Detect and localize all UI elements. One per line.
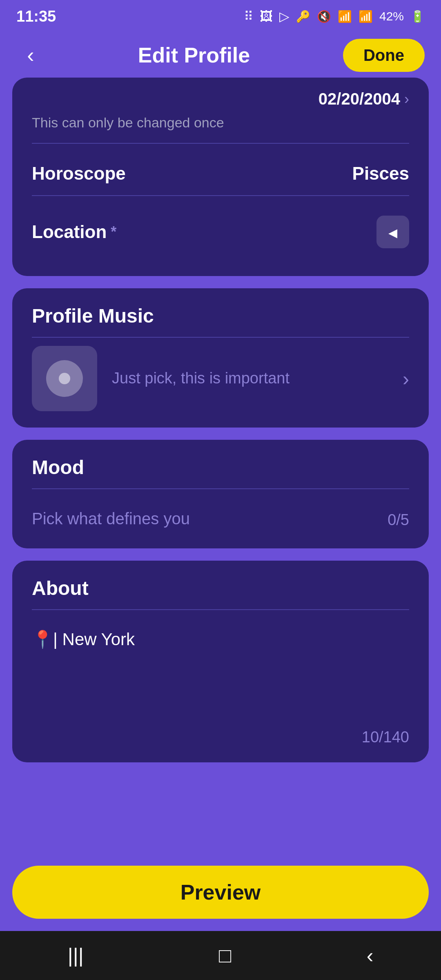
divider-about <box>32 609 409 610</box>
signal-icon: 📶 <box>359 10 373 23</box>
about-content[interactable]: 📍| New York <box>32 618 409 716</box>
main-content: 02/20/2004 › This can only be changed on… <box>0 78 441 858</box>
nav-bar: ||| □ ‹ <box>0 931 441 980</box>
image-icon: 🖼 <box>260 9 273 24</box>
date-value: 02/20/2004 <box>318 90 400 108</box>
location-row: Location * ◂ <box>32 204 409 260</box>
location-button[interactable]: ◂ <box>376 216 409 248</box>
mute-icon: 🔇 <box>317 10 331 23</box>
location-label: Location <box>32 222 107 242</box>
location-label-group: Location * <box>32 222 116 242</box>
nav-home-icon[interactable]: □ <box>219 944 231 967</box>
status-icons: ⠿ 🖼 ▷ 🔑 🔇 📶 📶 42% 🔋 <box>244 9 425 24</box>
chevron-right-icon: › <box>403 368 409 390</box>
preview-container: Preview <box>0 858 441 931</box>
status-time: 11:35 <box>16 8 56 25</box>
horoscope-label: Horoscope <box>32 163 126 184</box>
horoscope-value: Pisces <box>352 163 409 184</box>
status-bar: 11:35 ⠿ 🖼 ▷ 🔑 🔇 📶 📶 42% 🔋 <box>0 0 441 33</box>
nav-back-icon[interactable]: ‹ <box>367 944 374 967</box>
profile-music-card: Profile Music Just pick, this is importa… <box>12 288 429 428</box>
date-row: 02/20/2004 › <box>32 90 409 115</box>
music-disc <box>46 360 83 397</box>
header: ‹ Edit Profile Done <box>0 33 441 78</box>
done-button[interactable]: Done <box>343 39 425 72</box>
dots-icon: ⠿ <box>244 9 253 24</box>
music-section-title: Profile Music <box>32 305 409 327</box>
about-text: 📍| New York <box>32 630 135 649</box>
about-card: About 📍| New York 10/140 <box>12 561 429 762</box>
battery-level: 42% <box>379 9 404 23</box>
divider-music <box>32 337 409 338</box>
battery-icon: 🔋 <box>410 10 425 23</box>
mood-placeholder: Pick what defines you <box>32 501 190 532</box>
date-arrow-icon: › <box>404 91 409 108</box>
wifi-icon: 📶 <box>338 10 352 23</box>
music-placeholder: Just pick, this is important <box>112 368 388 389</box>
horoscope-row: Horoscope Pisces <box>32 152 409 195</box>
change-note: This can only be changed once <box>32 115 409 131</box>
back-button[interactable]: ‹ <box>16 41 45 69</box>
mood-section-title: Mood <box>32 456 409 479</box>
divider-date <box>32 143 409 144</box>
preview-button[interactable]: Preview <box>12 866 429 919</box>
nav-menu-icon[interactable]: ||| <box>68 944 84 967</box>
page-title: Edit Profile <box>138 43 250 67</box>
divider-horoscope <box>32 195 409 196</box>
required-asterisk: * <box>111 223 116 241</box>
key-icon: 🔑 <box>296 10 310 23</box>
music-icon-box <box>32 346 97 411</box>
location-pin-icon: ◂ <box>388 222 397 243</box>
mood-card: Mood Pick what defines you 0/5 <box>12 440 429 548</box>
about-section-title: About <box>32 577 409 599</box>
music-picker-row[interactable]: Just pick, this is important › <box>32 346 409 411</box>
divider-mood <box>32 488 409 489</box>
music-disc-inner <box>59 373 70 384</box>
play-icon: ▷ <box>279 9 290 24</box>
back-icon: ‹ <box>27 45 34 66</box>
info-card: 02/20/2004 › This can only be changed on… <box>12 78 429 276</box>
about-counter: 10/140 <box>32 728 409 746</box>
mood-counter: 0/5 <box>388 511 409 529</box>
